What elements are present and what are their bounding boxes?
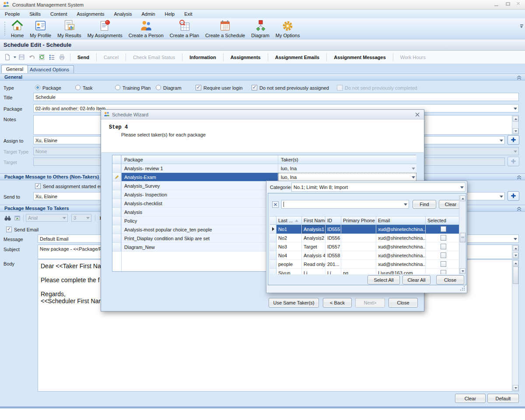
scrollbar-thumb[interactable] [460,233,466,242]
package-row[interactable]: Analysis-most popular choice_ten people [122,225,278,234]
scroll-up-icon[interactable] [513,245,518,251]
scroll-down-icon[interactable] [513,252,518,258]
save-icon[interactable] [18,53,26,61]
package-row[interactable]: Analysis- review 1 [122,164,278,173]
table-row-clipped[interactable]: Siyun Li Li ng Liyun@163.com [270,269,460,274]
column-header-first-name[interactable]: First Name [302,216,326,225]
insert-field-icon[interactable] [13,214,21,222]
selected-checkbox[interactable] [441,235,446,241]
selected-checkbox[interactable] [441,226,446,232]
selected-checkbox[interactable] [441,244,446,249]
column-header-email[interactable]: Email [376,216,426,225]
package-row[interactable]: Analysis-checklist [122,199,278,208]
assign-to-add-button[interactable] [508,135,519,145]
taker-cell-editing[interactable]: luo, Ina [278,173,416,182]
send-email-checkbox[interactable]: ✓ [6,227,12,232]
toolbar-create-plan-button[interactable]: Create a Plan [167,18,202,39]
column-header-last-name[interactable]: Last ... [276,216,302,225]
menu-people[interactable]: People [0,10,24,18]
require-user-login-checkbox[interactable]: ✓ [196,85,201,91]
menu-content[interactable]: Content [46,10,72,18]
popup-close-button[interactable]: Close [436,275,464,284]
toolbar-create-schedule-button[interactable]: Create a Schedule [202,18,248,39]
package-row-selected[interactable]: Analysis-Exam [122,173,278,182]
default-button[interactable]: Default [487,394,519,403]
find-binoculars-icon[interactable] [4,214,12,222]
assignment-emails-button[interactable]: Assignment Emails [271,53,324,62]
collapse-chevron-icon[interactable] [517,175,522,181]
column-header-selected[interactable]: Selected [426,216,460,225]
undo-icon[interactable] [28,53,36,61]
radio-training-plan[interactable] [115,85,120,90]
menu-help[interactable]: Help [160,10,180,18]
selected-checkbox[interactable] [441,261,446,267]
toolbar-home-button[interactable]: Home [8,18,27,39]
find-button[interactable]: Find [413,200,436,209]
table-row[interactable]: No4 Analysis 4 ID558 xud@shinetechchina.… [270,251,460,260]
scroll-down-icon[interactable] [513,128,518,134]
details-list-icon[interactable] [49,53,56,61]
tab-general[interactable]: General [1,65,28,73]
next-button[interactable]: Next> [355,298,385,308]
cancel-button[interactable]: Cancel [99,53,123,62]
column-header-id[interactable]: ID [326,216,341,225]
table-row[interactable]: No2 Analysis2 ID556 xud@shinetechchina..… [270,234,460,242]
wizard-close-button[interactable]: Close [388,298,418,308]
body-scrollbar[interactable] [512,260,518,391]
radio-package[interactable] [35,85,40,90]
radio-task[interactable] [75,85,80,90]
notes-scrollbar[interactable] [512,116,518,134]
column-header-package[interactable]: Package [122,155,278,164]
new-document-icon[interactable] [4,53,11,61]
scroll-up-icon[interactable] [460,196,466,201]
send-button[interactable]: Send [73,53,94,62]
selected-checkbox[interactable] [441,270,446,274]
toolbar-my-results-button[interactable]: My Results [54,18,84,39]
toolbar-create-person-button[interactable]: Create a Person [126,18,167,39]
toolbar-my-profile-button[interactable]: My Profile [27,18,54,39]
no-previously-assigned-checkbox[interactable]: ✓ [252,85,257,91]
package-row[interactable]: Policy [122,217,278,225]
collapse-chevron-icon[interactable] [517,75,522,81]
table-row[interactable]: No3 Target ID557 xud@shinetechchina... [270,242,460,251]
clear-button[interactable]: Clear [455,394,486,403]
package-row[interactable]: Analysis [122,208,278,217]
toolbar-my-assignments-button[interactable]: My Assignments [84,18,126,39]
toolbar-overflow-button[interactable] [519,24,524,33]
popup-scrollbar[interactable] [459,195,466,274]
minimize-button[interactable] [494,2,500,7]
menu-skills[interactable]: Skills [24,10,46,18]
toolbar-diagram-button[interactable]: Diagram [248,18,273,39]
send-started-email-checkbox[interactable]: ✓ [35,183,41,189]
menu-assignments[interactable]: Assignments [72,10,109,18]
collapse-chevron-icon[interactable] [517,206,522,212]
toolbar-grip[interactable] [4,22,6,35]
wizard-close-icon[interactable] [415,112,420,118]
table-row[interactable]: people Read only 201... xud@shinetechchi… [270,260,460,269]
scroll-down-icon[interactable] [460,268,466,274]
column-header-primary-phone[interactable]: Primary Phone [341,216,376,225]
menu-analysis[interactable]: Analysis [109,10,136,18]
no-previously-completed-checkbox[interactable] [337,85,343,91]
information-button[interactable]: Information [185,53,220,62]
font-size-combo[interactable]: 3 [71,214,91,222]
column-header-takers[interactable]: Taker(s) [278,155,416,164]
select-all-button[interactable]: Select All [368,275,400,284]
table-row-selected[interactable]: No1 Analysis1 ID555 xud@shinetechchina..… [270,225,460,234]
selected-checkbox[interactable] [441,252,446,258]
print-icon[interactable] [59,53,66,61]
clear-search-button[interactable] [272,201,279,208]
maximize-button[interactable] [505,2,511,7]
subject-scrollbar[interactable] [512,245,518,259]
clear-all-button[interactable]: Clear All [402,275,430,284]
back-button[interactable]: < Back [323,298,352,308]
send-to-add-button[interactable] [508,191,519,201]
package-row[interactable]: Diagram_New [122,243,278,252]
scrollbar-thumb[interactable] [513,266,518,284]
target-add-button[interactable] [508,157,519,166]
toolbar-my-options-button[interactable]: My Options [273,18,303,39]
title-input[interactable]: Schedule [33,93,519,101]
assignments-button[interactable]: Assignments [226,53,265,62]
check-email-status-button[interactable]: Check Email Status [129,53,179,62]
refresh-icon[interactable] [38,53,46,61]
